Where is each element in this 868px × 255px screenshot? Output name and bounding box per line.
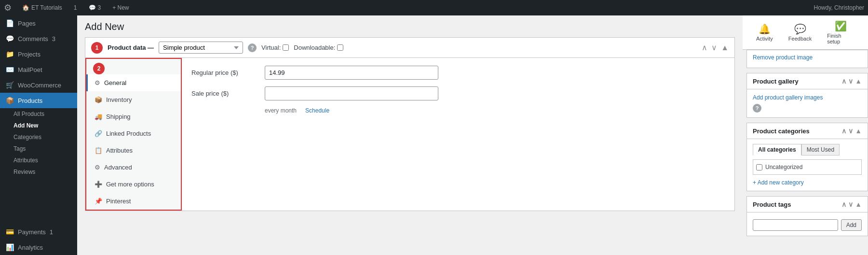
sidebar-sub-tags[interactable]: Tags (0, 143, 77, 155)
tab-pinterest[interactable]: 📌 Pinterest (86, 193, 181, 210)
gallery-help-icon[interactable]: ? (753, 104, 761, 113)
user-greeting: Howdy, Christopher (814, 4, 864, 11)
remove-image-box: Remove product image (746, 50, 868, 68)
regular-price-row: Regular price ($) (191, 66, 725, 80)
category-tab-all[interactable]: All categories (753, 144, 801, 156)
minimize-icon[interactable]: ▲ (721, 43, 729, 52)
feedback-button[interactable]: 💬 Feedback (785, 21, 815, 43)
sale-price-row: Sale price ($) (191, 86, 725, 100)
tab-shipping-label: Shipping (106, 113, 131, 120)
product-categories-header: Product categories ∧ ∨ ▲ (747, 123, 868, 139)
tab-pinterest-label: Pinterest (106, 198, 131, 205)
sale-price-label: Sale price ($) (191, 90, 259, 97)
sidebar-label-payments: Payments (18, 228, 46, 236)
sidebar-label-woocommerce: WooCommerce (18, 82, 61, 89)
product-tags-header: Product tags ∧ ∨ ▲ (747, 197, 868, 212)
help-icon[interactable]: ? (248, 43, 257, 52)
collapse-down-icon[interactable]: ∨ (711, 43, 717, 52)
product-gallery-title: Product gallery (753, 78, 799, 85)
comment-icon: 💬 (89, 4, 96, 11)
feedback-icon: 💬 (794, 23, 806, 35)
sidebar-item-products[interactable]: 📦 Products (0, 93, 77, 108)
add-tag-button[interactable]: Add (841, 219, 862, 231)
remove-product-image-link[interactable]: Remove product image (753, 54, 862, 61)
uncategorized-checkbox[interactable] (756, 164, 762, 170)
payments-icon: 💳 (6, 228, 14, 236)
admin-bar: ⚙ 🏠 ET Tutorials 1 💬 3 + New Howdy, Chri… (0, 0, 868, 15)
linked-icon: 🔗 (95, 130, 102, 137)
finish-setup-label: Finish setup (827, 33, 854, 44)
downloadable-checkbox[interactable] (337, 44, 343, 51)
gallery-minimize[interactable]: ▲ (855, 77, 862, 85)
attributes-icon: 📋 (95, 147, 102, 154)
tags-input[interactable] (753, 219, 838, 231)
tab-shipping[interactable]: 🚚 Shipping (86, 108, 181, 125)
cat-minimize[interactable]: ▲ (855, 127, 862, 135)
analytics-icon: 📊 (6, 243, 14, 251)
pinterest-icon: 📌 (95, 198, 102, 205)
gallery-collapse-up[interactable]: ∧ (841, 77, 846, 85)
mailpoet-icon: ✉️ (6, 66, 14, 73)
tab-advanced-label: Advanced (104, 164, 132, 171)
sidebar-sub-add-new[interactable]: Add New (0, 120, 77, 131)
cat-collapse-down[interactable]: ∨ (848, 127, 853, 135)
finish-setup-icon: ✅ (835, 20, 847, 32)
pages-icon: 📄 (6, 19, 14, 27)
product-type-select[interactable]: Simple product Grouped product External/… (159, 42, 243, 54)
gallery-collapse-down[interactable]: ∨ (848, 77, 853, 85)
tags-collapse-down[interactable]: ∨ (848, 200, 853, 208)
sidebar-label-mailpoet: MailPoet (18, 66, 42, 73)
tab-general[interactable]: ⚙ General (86, 74, 181, 91)
tab-attributes[interactable]: 📋 Attributes (86, 142, 181, 159)
tags-collapse-up[interactable]: ∧ (841, 200, 846, 208)
sidebar-item-projects[interactable]: 📁 Projects (0, 46, 77, 62)
activity-label: Activity (756, 36, 773, 42)
finish-setup-button[interactable]: ✅ Finish setup (823, 18, 858, 46)
sidebar-item-analytics[interactable]: 📊 Analytics (0, 240, 77, 255)
updates-item[interactable]: 1 (71, 4, 80, 11)
regular-price-input[interactable] (265, 66, 438, 80)
schedule-row: every month Schedule (191, 107, 725, 114)
sidebar-sub-reviews[interactable]: Reviews (0, 166, 77, 178)
home-icon: 🏠 (22, 4, 29, 11)
add-new-category-link[interactable]: + Add new category (753, 179, 804, 186)
sidebar-item-pages[interactable]: 📄 Pages (0, 15, 77, 31)
wordpress-logo: ⚙ (4, 2, 12, 13)
sidebar-item-mailpoet[interactable]: ✉️ MailPoet (0, 62, 77, 77)
advanced-icon: ⚙ (95, 164, 100, 171)
sale-price-input[interactable] (265, 86, 438, 100)
sidebar-sub-categories[interactable]: Categories (0, 131, 77, 143)
category-tab-most-used[interactable]: Most Used (801, 144, 840, 156)
new-item[interactable]: + New (109, 4, 132, 11)
right-sidebar: Remove product image Product gallery ∧ ∨… (743, 50, 868, 241)
tab-inventory[interactable]: 📦 Inventory (86, 91, 181, 108)
add-gallery-images-link[interactable]: Add product gallery images (753, 94, 862, 101)
virtual-checkbox[interactable] (283, 44, 289, 51)
tab-general-label: General (104, 79, 126, 86)
tab-advanced[interactable]: ⚙ Advanced (86, 159, 181, 176)
tags-minimize[interactable]: ▲ (855, 200, 862, 208)
tab-linked-products[interactable]: 🔗 Linked Products (86, 125, 181, 142)
sidebar-item-comments[interactable]: 💬 Comments 3 (0, 31, 77, 46)
product-gallery-body: Add product gallery images ? (747, 89, 868, 117)
collapse-up-icon[interactable]: ∧ (702, 43, 707, 52)
cat-collapse-up[interactable]: ∧ (841, 127, 846, 135)
sidebar-item-woocommerce[interactable]: 🛒 WooCommerce (0, 77, 77, 93)
sidebar-sub-all-products[interactable]: All Products (0, 108, 77, 120)
tab-get-more-options[interactable]: ➕ Get more options (86, 176, 181, 193)
tab-attributes-label: Attributes (106, 147, 133, 154)
comments-icon: 💬 (6, 35, 14, 42)
product-data-box: 1 Product data — Simple product Grouped … (85, 37, 735, 211)
product-tabs: 2 ⚙ General 📦 Inventory 🚚 Shipping 🔗 (85, 58, 182, 211)
site-name[interactable]: 🏠 ET Tutorials (19, 4, 65, 11)
comments-item[interactable]: 💬 3 (86, 4, 104, 11)
payments-badge: 1 (50, 228, 53, 236)
activity-button[interactable]: 🔔 Activity (752, 21, 777, 43)
sidebar-item-payments[interactable]: 💳 Payments 1 (0, 224, 77, 240)
product-data-header: 1 Product data — Simple product Grouped … (85, 38, 734, 58)
schedule-link[interactable]: Schedule (305, 107, 329, 114)
sidebar-sub-attributes[interactable]: Attributes (0, 155, 77, 166)
sidebar-label-pages: Pages (18, 20, 36, 27)
admin-bar-right: Howdy, Christopher (814, 4, 864, 11)
uncategorized-label: Uncategorized (765, 164, 802, 170)
